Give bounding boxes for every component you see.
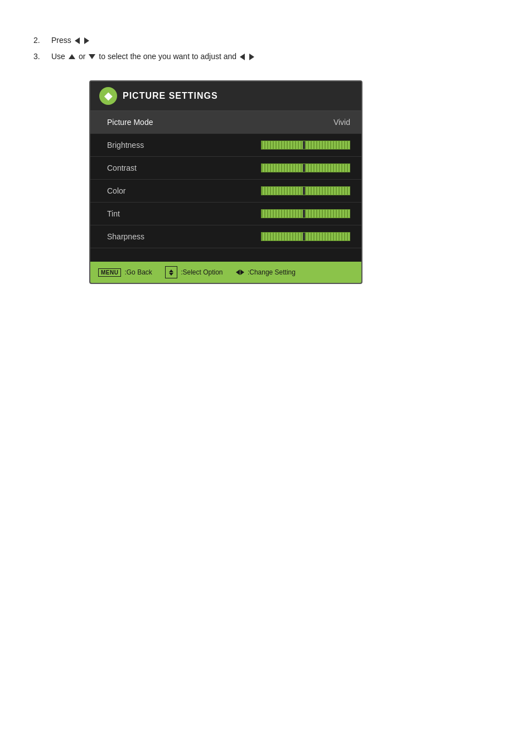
contrast-label: Contrast bbox=[107, 163, 137, 172]
left-arrow-icon-2 bbox=[240, 54, 245, 60]
page-content: 2. Press 3. Use or to select the one you… bbox=[0, 0, 532, 306]
footer-right-arrow-icon bbox=[240, 269, 244, 275]
color-slider bbox=[261, 186, 350, 195]
left-arrow-icon bbox=[75, 37, 80, 44]
tint-label: Tint bbox=[107, 209, 120, 218]
step-3-line: 3. Use or to select the one you want to … bbox=[33, 50, 499, 64]
step-2-line: 2. Press bbox=[33, 33, 499, 47]
menu-badge: MENU bbox=[98, 268, 121, 277]
osd-row-picture-mode[interactable]: Picture Mode Vivid bbox=[90, 111, 361, 134]
osd-row-color[interactable]: Color bbox=[90, 180, 361, 203]
footer-sep-2 bbox=[229, 268, 230, 276]
brightness-label: Brightness bbox=[107, 141, 144, 150]
step-3-end: to select the one you want to adjust and bbox=[99, 50, 236, 64]
footer-left-arrow-icon bbox=[236, 269, 240, 275]
picture-mode-label: Picture Mode bbox=[107, 118, 153, 127]
down-arrow-icon bbox=[89, 54, 95, 59]
select-option-text: :Select Option bbox=[181, 268, 223, 276]
go-back-text: :Go Back bbox=[124, 268, 152, 276]
osd-body: Picture Mode Vivid Brightness Contrast bbox=[90, 111, 361, 262]
osd-title: PICTURE SETTINGS bbox=[123, 91, 218, 101]
picture-mode-value: Vivid bbox=[333, 118, 350, 127]
color-label: Color bbox=[107, 186, 125, 195]
brightness-slider bbox=[261, 141, 350, 150]
osd-row-tint[interactable]: Tint bbox=[90, 203, 361, 225]
contrast-slider bbox=[261, 163, 350, 172]
osd-header: ◆ PICTURE SETTINGS bbox=[90, 81, 361, 111]
step-3-use: Use bbox=[51, 50, 65, 64]
osd-panel: ◆ PICTURE SETTINGS Picture Mode Vivid Br… bbox=[89, 80, 362, 284]
osd-row-contrast[interactable]: Contrast bbox=[90, 157, 361, 180]
osd-footer: MENU :Go Back :Select Option :Change Set… bbox=[90, 262, 361, 283]
step-3-or: or bbox=[79, 50, 85, 64]
osd-row-sharpness[interactable]: Sharpness bbox=[90, 225, 361, 248]
osd-spacer-row bbox=[90, 248, 361, 262]
step-3-number: 3. bbox=[33, 50, 49, 64]
right-arrow-icon-2 bbox=[249, 54, 254, 60]
change-setting-arrows bbox=[236, 269, 244, 275]
change-setting-text: :Change Setting bbox=[248, 268, 296, 276]
osd-row-brightness[interactable]: Brightness bbox=[90, 134, 361, 157]
select-icon bbox=[165, 266, 177, 278]
up-arrow-icon bbox=[69, 54, 75, 59]
step-2-text: Press bbox=[51, 33, 71, 47]
sharpness-slider bbox=[261, 232, 350, 241]
tint-slider bbox=[261, 209, 350, 218]
footer-sep-1 bbox=[158, 268, 159, 276]
instructions: 2. Press 3. Use or to select the one you… bbox=[33, 33, 499, 64]
step-2-number: 2. bbox=[33, 33, 49, 47]
right-arrow-icon bbox=[84, 37, 89, 44]
sharpness-label: Sharpness bbox=[107, 232, 144, 241]
osd-icon: ◆ bbox=[99, 87, 117, 105]
